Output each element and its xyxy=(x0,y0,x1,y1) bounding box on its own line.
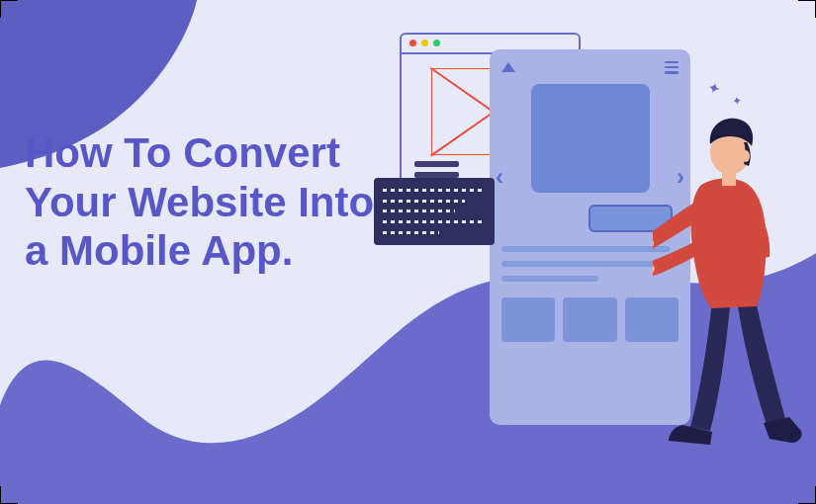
code-block-icon xyxy=(374,178,495,245)
chevron-left-icon: ‹ xyxy=(496,163,503,191)
hamburger-icon xyxy=(665,61,679,74)
home-icon xyxy=(501,62,515,72)
expand-dot-icon xyxy=(433,40,440,46)
person-illustration xyxy=(653,89,816,455)
window-controls xyxy=(409,40,440,46)
frame-corner xyxy=(0,486,18,504)
frame-corner xyxy=(0,0,18,18)
text-lines-icon xyxy=(414,156,459,178)
phone-topbar xyxy=(501,61,679,74)
minimize-dot-icon xyxy=(421,40,428,46)
page-title: How To Convert Your Website Into a Mobil… xyxy=(25,128,381,276)
svg-point-5 xyxy=(742,150,750,162)
frame-corner xyxy=(798,486,816,504)
frame-corner xyxy=(798,0,816,18)
close-dot-icon xyxy=(409,40,416,46)
